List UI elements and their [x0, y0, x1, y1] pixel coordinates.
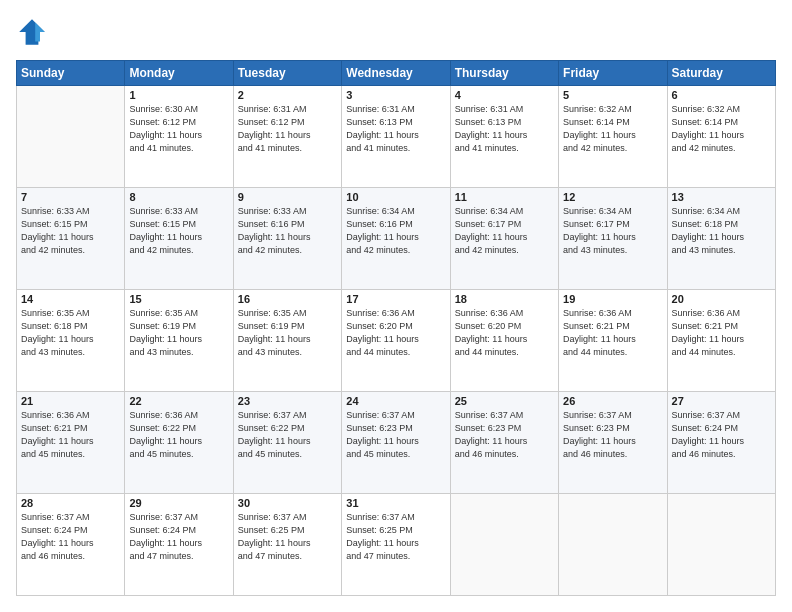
calendar-cell: 6Sunrise: 6:32 AM Sunset: 6:14 PM Daylig… [667, 86, 775, 188]
calendar-cell: 18Sunrise: 6:36 AM Sunset: 6:20 PM Dayli… [450, 290, 558, 392]
day-number: 10 [346, 191, 445, 203]
day-info: Sunrise: 6:31 AM Sunset: 6:13 PM Dayligh… [346, 103, 445, 155]
day-number: 9 [238, 191, 337, 203]
calendar-week-row: 28Sunrise: 6:37 AM Sunset: 6:24 PM Dayli… [17, 494, 776, 596]
calendar-cell: 11Sunrise: 6:34 AM Sunset: 6:17 PM Dayli… [450, 188, 558, 290]
day-info: Sunrise: 6:35 AM Sunset: 6:18 PM Dayligh… [21, 307, 120, 359]
calendar-cell: 30Sunrise: 6:37 AM Sunset: 6:25 PM Dayli… [233, 494, 341, 596]
calendar-cell: 26Sunrise: 6:37 AM Sunset: 6:23 PM Dayli… [559, 392, 667, 494]
day-info: Sunrise: 6:36 AM Sunset: 6:21 PM Dayligh… [672, 307, 771, 359]
calendar-cell [450, 494, 558, 596]
weekday-header: Sunday [17, 61, 125, 86]
day-number: 3 [346, 89, 445, 101]
weekday-header: Wednesday [342, 61, 450, 86]
day-info: Sunrise: 6:36 AM Sunset: 6:21 PM Dayligh… [21, 409, 120, 461]
day-number: 28 [21, 497, 120, 509]
day-number: 24 [346, 395, 445, 407]
day-number: 20 [672, 293, 771, 305]
day-number: 21 [21, 395, 120, 407]
day-info: Sunrise: 6:35 AM Sunset: 6:19 PM Dayligh… [129, 307, 228, 359]
day-number: 1 [129, 89, 228, 101]
weekday-header: Friday [559, 61, 667, 86]
calendar-cell: 8Sunrise: 6:33 AM Sunset: 6:15 PM Daylig… [125, 188, 233, 290]
day-number: 6 [672, 89, 771, 101]
day-number: 17 [346, 293, 445, 305]
calendar-cell: 1Sunrise: 6:30 AM Sunset: 6:12 PM Daylig… [125, 86, 233, 188]
calendar-cell: 23Sunrise: 6:37 AM Sunset: 6:22 PM Dayli… [233, 392, 341, 494]
calendar-cell: 16Sunrise: 6:35 AM Sunset: 6:19 PM Dayli… [233, 290, 341, 392]
day-number: 26 [563, 395, 662, 407]
day-info: Sunrise: 6:37 AM Sunset: 6:25 PM Dayligh… [346, 511, 445, 563]
calendar-cell: 4Sunrise: 6:31 AM Sunset: 6:13 PM Daylig… [450, 86, 558, 188]
calendar-cell: 17Sunrise: 6:36 AM Sunset: 6:20 PM Dayli… [342, 290, 450, 392]
day-info: Sunrise: 6:37 AM Sunset: 6:23 PM Dayligh… [455, 409, 554, 461]
day-info: Sunrise: 6:33 AM Sunset: 6:15 PM Dayligh… [129, 205, 228, 257]
calendar-week-row: 1Sunrise: 6:30 AM Sunset: 6:12 PM Daylig… [17, 86, 776, 188]
day-number: 19 [563, 293, 662, 305]
day-info: Sunrise: 6:31 AM Sunset: 6:13 PM Dayligh… [455, 103, 554, 155]
calendar-cell [17, 86, 125, 188]
day-number: 29 [129, 497, 228, 509]
calendar-cell: 9Sunrise: 6:33 AM Sunset: 6:16 PM Daylig… [233, 188, 341, 290]
day-info: Sunrise: 6:36 AM Sunset: 6:22 PM Dayligh… [129, 409, 228, 461]
logo-icon [16, 16, 48, 48]
day-number: 2 [238, 89, 337, 101]
day-info: Sunrise: 6:33 AM Sunset: 6:16 PM Dayligh… [238, 205, 337, 257]
logo [16, 16, 52, 48]
weekday-header: Tuesday [233, 61, 341, 86]
day-info: Sunrise: 6:32 AM Sunset: 6:14 PM Dayligh… [563, 103, 662, 155]
calendar-cell: 2Sunrise: 6:31 AM Sunset: 6:12 PM Daylig… [233, 86, 341, 188]
day-number: 7 [21, 191, 120, 203]
day-number: 5 [563, 89, 662, 101]
calendar-week-row: 14Sunrise: 6:35 AM Sunset: 6:18 PM Dayli… [17, 290, 776, 392]
weekday-header: Saturday [667, 61, 775, 86]
calendar-cell: 21Sunrise: 6:36 AM Sunset: 6:21 PM Dayli… [17, 392, 125, 494]
day-info: Sunrise: 6:32 AM Sunset: 6:14 PM Dayligh… [672, 103, 771, 155]
calendar-cell: 25Sunrise: 6:37 AM Sunset: 6:23 PM Dayli… [450, 392, 558, 494]
day-info: Sunrise: 6:37 AM Sunset: 6:22 PM Dayligh… [238, 409, 337, 461]
weekday-header: Monday [125, 61, 233, 86]
day-info: Sunrise: 6:37 AM Sunset: 6:24 PM Dayligh… [672, 409, 771, 461]
calendar-week-row: 21Sunrise: 6:36 AM Sunset: 6:21 PM Dayli… [17, 392, 776, 494]
day-info: Sunrise: 6:36 AM Sunset: 6:20 PM Dayligh… [346, 307, 445, 359]
calendar-cell: 31Sunrise: 6:37 AM Sunset: 6:25 PM Dayli… [342, 494, 450, 596]
day-info: Sunrise: 6:30 AM Sunset: 6:12 PM Dayligh… [129, 103, 228, 155]
day-info: Sunrise: 6:37 AM Sunset: 6:25 PM Dayligh… [238, 511, 337, 563]
day-info: Sunrise: 6:37 AM Sunset: 6:24 PM Dayligh… [129, 511, 228, 563]
day-info: Sunrise: 6:37 AM Sunset: 6:23 PM Dayligh… [563, 409, 662, 461]
day-info: Sunrise: 6:37 AM Sunset: 6:24 PM Dayligh… [21, 511, 120, 563]
calendar-cell: 28Sunrise: 6:37 AM Sunset: 6:24 PM Dayli… [17, 494, 125, 596]
page: SundayMondayTuesdayWednesdayThursdayFrid… [0, 0, 792, 612]
day-info: Sunrise: 6:36 AM Sunset: 6:21 PM Dayligh… [563, 307, 662, 359]
calendar-cell: 15Sunrise: 6:35 AM Sunset: 6:19 PM Dayli… [125, 290, 233, 392]
day-info: Sunrise: 6:34 AM Sunset: 6:18 PM Dayligh… [672, 205, 771, 257]
calendar-cell: 5Sunrise: 6:32 AM Sunset: 6:14 PM Daylig… [559, 86, 667, 188]
calendar-cell [559, 494, 667, 596]
day-info: Sunrise: 6:34 AM Sunset: 6:17 PM Dayligh… [563, 205, 662, 257]
calendar-week-row: 7Sunrise: 6:33 AM Sunset: 6:15 PM Daylig… [17, 188, 776, 290]
day-number: 16 [238, 293, 337, 305]
day-number: 22 [129, 395, 228, 407]
day-number: 8 [129, 191, 228, 203]
calendar-cell: 3Sunrise: 6:31 AM Sunset: 6:13 PM Daylig… [342, 86, 450, 188]
svg-marker-1 [35, 22, 45, 41]
calendar-cell: 24Sunrise: 6:37 AM Sunset: 6:23 PM Dayli… [342, 392, 450, 494]
calendar-cell: 10Sunrise: 6:34 AM Sunset: 6:16 PM Dayli… [342, 188, 450, 290]
day-info: Sunrise: 6:34 AM Sunset: 6:17 PM Dayligh… [455, 205, 554, 257]
calendar-cell: 19Sunrise: 6:36 AM Sunset: 6:21 PM Dayli… [559, 290, 667, 392]
day-number: 12 [563, 191, 662, 203]
calendar-cell: 29Sunrise: 6:37 AM Sunset: 6:24 PM Dayli… [125, 494, 233, 596]
calendar-cell: 22Sunrise: 6:36 AM Sunset: 6:22 PM Dayli… [125, 392, 233, 494]
day-number: 15 [129, 293, 228, 305]
day-info: Sunrise: 6:35 AM Sunset: 6:19 PM Dayligh… [238, 307, 337, 359]
day-number: 30 [238, 497, 337, 509]
day-info: Sunrise: 6:33 AM Sunset: 6:15 PM Dayligh… [21, 205, 120, 257]
header [16, 16, 776, 48]
day-number: 13 [672, 191, 771, 203]
calendar-cell: 12Sunrise: 6:34 AM Sunset: 6:17 PM Dayli… [559, 188, 667, 290]
calendar-table: SundayMondayTuesdayWednesdayThursdayFrid… [16, 60, 776, 596]
day-info: Sunrise: 6:36 AM Sunset: 6:20 PM Dayligh… [455, 307, 554, 359]
calendar-cell: 20Sunrise: 6:36 AM Sunset: 6:21 PM Dayli… [667, 290, 775, 392]
day-number: 31 [346, 497, 445, 509]
day-number: 14 [21, 293, 120, 305]
